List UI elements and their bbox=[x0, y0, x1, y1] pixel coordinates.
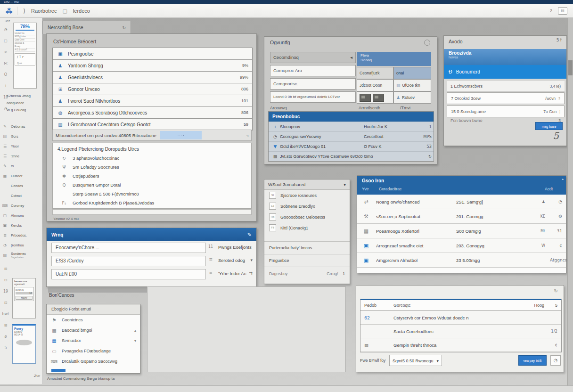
security-table-row[interactable]: ◔ Coorogoa swrYuowny Ceucrtfoot MPS bbox=[269, 131, 434, 141]
window-icon[interactable]: ▢ bbox=[4, 39, 8, 43]
security-selected-card[interactable]: Fbva 3ieoaq bbox=[357, 52, 431, 66]
filters-header[interactable]: WSoof 3omahared ▾ bbox=[264, 180, 350, 190]
sidebar-item[interactable]: ▤ Sordenec Sagedvateo bbox=[1, 250, 42, 260]
emoji-icon[interactable]: ◔ bbox=[550, 355, 561, 366]
notes-dropdown[interactable]: Sqmt5 0.50 Rwonogu ▾ bbox=[389, 355, 442, 366]
cart-action-icon[interactable]: ¢ bbox=[550, 243, 562, 248]
home-section-row[interactable]: ♟ Yardoom Shorgg 9% bbox=[53, 60, 252, 72]
sidebar-item[interactable]: ▢ Almnoru bbox=[1, 211, 42, 220]
subpanel-item[interactable]: Q Busqumert Gmpor Dotai bbox=[53, 180, 251, 189]
home-section-row[interactable]: ♟ Goenlutshvloecs 99% bbox=[53, 72, 252, 83]
menu-index[interactable]: lerdeco bbox=[73, 8, 90, 14]
waves-icon[interactable]: ≋ bbox=[4, 50, 8, 55]
grid-add-icon[interactable]: ⊞ bbox=[4, 267, 8, 271]
menu-browse[interactable]: Raorbotrec bbox=[31, 8, 57, 14]
sidebar-section-label[interactable]: K2beeoA Jmag bbox=[0, 92, 42, 99]
filter-item[interactable]: Hb Goooooboec Oelooetos bbox=[264, 212, 350, 222]
tag-label[interactable]: bwt bbox=[2, 312, 9, 317]
service-item[interactable]: ▩ Baoctecd bmgoi ▴ bbox=[47, 325, 140, 335]
sidebar-item[interactable]: Ceedes bbox=[1, 181, 42, 191]
collapse-caret-icon[interactable]: ▴ bbox=[562, 177, 564, 181]
scroll-arrow-icon[interactable]: ◃ bbox=[246, 133, 248, 138]
security-table-row[interactable]: ▼ Gctd ibeYt/VCMoogo 01 O Fcuv K 53 bbox=[269, 141, 434, 151]
grid-cell-label[interactable]: Rotuev bbox=[402, 95, 415, 100]
sidebar-item[interactable]: ✎ Oebonas bbox=[1, 122, 42, 131]
cart-action-icon[interactable]: ♟ bbox=[534, 200, 545, 204]
notes-row[interactable]: Sacta Conehodlloec 1/2 bbox=[360, 325, 561, 338]
scrollbar-thumb[interactable] bbox=[568, 60, 573, 75]
chevron-down-icon[interactable]: ▾ bbox=[250, 258, 253, 262]
notes-row[interactable]: ▦ Gempin threht thnoca ¢ bbox=[360, 338, 561, 352]
scissors-icon[interactable]: ⋉ bbox=[4, 61, 8, 66]
grid-cell-label[interactable]: Ceonafjuzk bbox=[360, 71, 380, 75]
accounts-selected-item[interactable]: Ð Boonumcrd bbox=[444, 65, 566, 79]
cart-row[interactable]: ▦ Poeamoogu Xotlertorl S00 Oamg'g Mt 31 bbox=[357, 224, 566, 238]
grid-remove-icon[interactable]: ⊟ bbox=[4, 278, 8, 283]
record-indicator-icon[interactable] bbox=[424, 40, 430, 46]
checkbox-icon[interactable]: Ld bbox=[269, 203, 276, 210]
vertical-scrollbar[interactable] bbox=[567, 18, 573, 385]
sidebar-promo-card[interactable]: Foery Duaev 0014 5 bbox=[12, 324, 36, 364]
home-selected-row[interactable]: Mfoonidcetonel orn pcsf cindvo 40805 Rit… bbox=[52, 130, 252, 141]
count-badge[interactable]: 19 bbox=[3, 289, 8, 294]
accounts-row[interactable]: 7 Orcokrd 3cew /wcvn 3 bbox=[447, 92, 565, 104]
subpanel-item[interactable]: F₅ Gorbod Krupitdetmdch B Pjaoe&Jvdodas bbox=[53, 198, 251, 207]
notes-submit-button[interactable]: vea pay bt:B bbox=[518, 355, 547, 366]
cart-action-icon[interactable]: ⚙ bbox=[550, 214, 562, 219]
mini-card-progress[interactable]: 10 bbox=[16, 292, 33, 294]
security-table-row[interactable]: i Sfooupnov Hoofrc Jor K -1 bbox=[269, 122, 434, 131]
form-side-select[interactable]: Seroted odog bbox=[218, 258, 245, 263]
box-icon[interactable]: ⊡ bbox=[4, 301, 8, 305]
grid-cell-label[interactable]: UfOoe tkn bbox=[402, 83, 420, 88]
tab-merchandising[interactable]: Nercsohlfig Bose ↻ bbox=[42, 21, 131, 34]
cart-action-icon[interactable]: 31 bbox=[550, 229, 562, 233]
filter-item[interactable]: Sl Sjscrooe /osneures bbox=[264, 190, 350, 201]
notes-row[interactable]: 62 Cstyscrvb cor Enmoo Wdutat doedc n bbox=[360, 311, 561, 325]
sidebar-item[interactable]: ≣ Prboedos. bbox=[1, 230, 42, 240]
grid-cell-label[interactable]: Jdcoot Ooon bbox=[360, 83, 382, 88]
refresh-icon[interactable]: ↻ bbox=[122, 25, 126, 30]
cart-row[interactable]: ▣ Arrognzaef smadhx oiet 203. Gonogyg W … bbox=[357, 238, 566, 253]
expand-caret-icon[interactable]: ▾ bbox=[134, 339, 136, 343]
mini-card-button[interactable]: Hathr bbox=[16, 296, 33, 300]
count-badge[interactable]: 5 bbox=[4, 346, 7, 351]
refresh-icon[interactable]: ↻ bbox=[554, 288, 558, 294]
home-section-row[interactable]: ▣ Pcsmgoolse bbox=[53, 48, 252, 60]
filters-link-1[interactable]: Purteroclia fraty' Imcos bbox=[264, 241, 350, 254]
security-dropdown[interactable]: Ceoomdinoq ◂ bbox=[270, 52, 356, 63]
form-input-amount[interactable]: Uat:N £00 bbox=[51, 269, 206, 279]
sidebar-item[interactable]: ☰ Yioor bbox=[1, 141, 42, 151]
filter-item[interactable]: Ld Sobnene Ereodlyx bbox=[264, 201, 350, 212]
arrows-right-icon[interactable]: ⇉ bbox=[249, 271, 253, 276]
cart-row[interactable]: ⚒ sSoc:oer,o Sopbootrat 201. Gonmgg KE ⚙ bbox=[357, 209, 566, 224]
form-input-code[interactable]: E!S3 /Curdoy bbox=[51, 256, 206, 266]
sidebar-mini-card[interactable]: beuan nov ogawradi pews 5 10 Hathr bbox=[12, 278, 36, 318]
service-item[interactable]: ▭ Pvoagocka FOæbuclange bbox=[47, 346, 140, 356]
sidebar-item[interactable]: ▦ Outloer bbox=[1, 171, 42, 181]
home-section-row[interactable]: ♟ I worot Sacd Ntlvhortloos 101 bbox=[53, 95, 252, 107]
cart-action-icon[interactable]: W bbox=[534, 244, 545, 248]
security-input-1[interactable]: Comoproc Aro bbox=[270, 65, 356, 76]
checkbox-icon[interactable]: F8 bbox=[269, 224, 276, 231]
sidebar-item[interactable]: ▣ Kercbs bbox=[1, 220, 42, 230]
globe-icon[interactable]: ◔ bbox=[4, 27, 8, 32]
grid-cell-thumbnails[interactable] bbox=[357, 91, 393, 104]
plus-icon[interactable]: + bbox=[4, 84, 8, 89]
app-logo-icon[interactable]: ⁂ bbox=[6, 7, 11, 15]
security-input-3[interactable]: Lcond 0 0h bf crgoeurnc4 dointk L0Tvor bbox=[270, 91, 356, 103]
service-item[interactable]: ▦ Semucboi ▾ bbox=[47, 335, 140, 346]
cart-row[interactable]: ▣ Amgprcrvm Alrhutbol 23 5.00mgg Atggnco… bbox=[357, 253, 566, 268]
checkbox-icon[interactable]: Sl bbox=[269, 192, 276, 199]
summary-thumbnail[interactable]: / T r Quot bbox=[15, 53, 35, 65]
pointer-icon[interactable]: ⟩ bbox=[23, 8, 25, 14]
sidebar-item[interactable]: ◔ (romhou bbox=[1, 240, 42, 250]
expand-caret-icon[interactable]: ▴ bbox=[134, 328, 136, 333]
accounts-group-header[interactable]: Brooz/vda horvaa bbox=[444, 49, 566, 65]
security-input-2[interactable]: Ccmgnorisc. bbox=[270, 78, 356, 90]
grid-add-icon[interactable]: ⊞ bbox=[4, 323, 8, 328]
service-item[interactable]: ⚑ Coonictncs bbox=[47, 315, 140, 325]
subpanel-item[interactable]: ✽ Cotjep3doers bbox=[53, 172, 251, 180]
subpanel-item[interactable]: Sterp Soesw £ 508 F(dvncmirnc8 bbox=[53, 189, 251, 198]
filter-item[interactable]: F8 Kittl (Conaoig1 bbox=[264, 222, 350, 233]
home-section-row[interactable]: ▥ I Grocrhcsoot Coecbtoro Cetsgo Gootct … bbox=[53, 119, 252, 130]
